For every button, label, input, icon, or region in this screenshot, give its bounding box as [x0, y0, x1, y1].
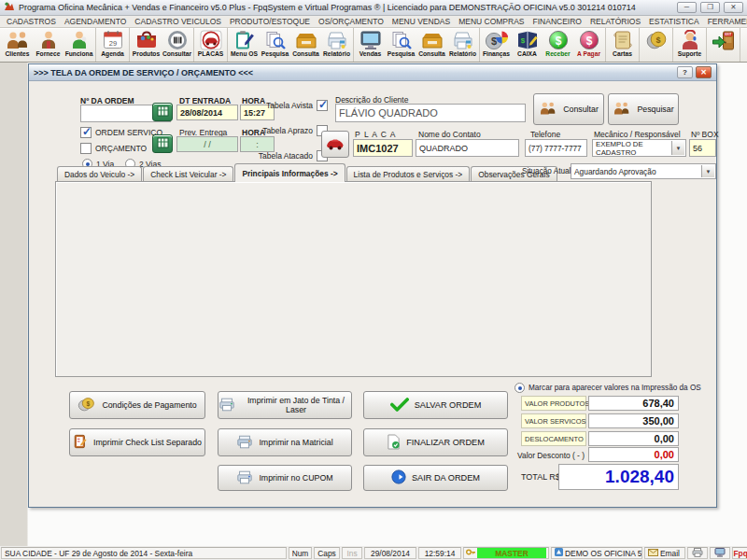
finalizar-ordem-button[interactable]: FINALIZAR ORDEM	[363, 428, 508, 456]
contato-field[interactable]: QUADRADO	[416, 139, 519, 157]
menu-vendas[interactable]: MENU VENDAS	[392, 17, 450, 26]
toolbar-vendas-relatorio-button[interactable]: Relatório	[447, 28, 478, 62]
close-icon[interactable]: ✕	[724, 2, 743, 13]
tab-checklist-veicular[interactable]: Check List Veicular ->	[143, 166, 233, 182]
tabela-atacado-checkbox[interactable]: Tabela Atacado	[257, 150, 328, 161]
imprimir-matricial-button[interactable]: Imprimir na Matricial	[218, 428, 352, 456]
toolbar-produtos-button[interactable]: Produtos	[131, 28, 162, 62]
mecanico-select[interactable]: EXEMPLO DE CADASTRO ▼	[592, 139, 686, 157]
imprimir-checklist-button[interactable]: Imprimir Check List Separado	[69, 428, 205, 456]
menu-cadastro-veiculos[interactable]: CADASTRO VEICULOS	[134, 17, 221, 26]
car-icon	[325, 136, 345, 153]
toolbar-moedas-button[interactable]: $	[641, 28, 671, 62]
toolbar-funcionarios-button[interactable]: Funciona	[63, 28, 94, 62]
toolbar-consultar-button[interactable]: Consultar	[162, 28, 192, 62]
toolbar-receber-button[interactable]: $ Receber	[543, 28, 573, 62]
cliente-field[interactable]: FLÁVIO QUADRADO	[335, 104, 526, 122]
imprimir-jato-button[interactable]: Imprimir em Jato de Tinta / Laser	[218, 391, 352, 419]
box-field[interactable]: 56	[689, 139, 716, 157]
agenda-icon: 29	[101, 30, 125, 50]
toolbar-caixa-button[interactable]: $ CAIXA	[512, 28, 543, 62]
minimize-icon[interactable]: ─	[677, 2, 697, 13]
status-email[interactable]: Email	[644, 547, 685, 559]
menu-relatorios[interactable]: RELATÓRIOS	[590, 17, 641, 26]
menu-compras[interactable]: MENU COMPRAS	[458, 17, 524, 26]
toolbar-os-consulta-button[interactable]: Consulta	[290, 28, 321, 62]
telefone-field[interactable]: (77) 7777-7777	[525, 139, 587, 157]
chevron-down-icon[interactable]: ▼	[701, 165, 714, 177]
valor-servicos-value[interactable]: 350,00	[588, 413, 679, 428]
menu-financeiro[interactable]: FINANCEIRO	[533, 17, 582, 26]
tab-dados-veiculo[interactable]: Dados do Veiculo ->	[57, 166, 142, 182]
tab-principais-informacoes[interactable]: Principais Informações ->	[234, 163, 345, 182]
finance-icon: $	[485, 30, 509, 50]
toolbar-agenda-button[interactable]: 29 Agenda	[97, 28, 128, 62]
tabela-avista-checkbox[interactable]: Tabela Avista	[257, 100, 328, 111]
toolbar-a-pagar-button[interactable]: $ A Pagar	[573, 28, 604, 62]
toolbar-fornecedores-button[interactable]: Fornece	[33, 28, 63, 62]
toolbar-vendas-button[interactable]: Vendas	[355, 28, 386, 62]
printer-icon	[218, 398, 235, 413]
salvar-ordem-button[interactable]: SALVAR ORDEM	[363, 391, 508, 419]
valor-servicos-label: VALOR SERVICOS	[521, 413, 586, 428]
os-window: >>> TELA DA ORDEM DE SERVIÇO / ORÇAMENTO…	[28, 63, 717, 508]
box-label: Nº BOX	[691, 130, 719, 139]
situacao-select[interactable]: Aguardando Aprovação ▼	[571, 163, 716, 179]
menu-ferramentas[interactable]: FERRAMENTAS	[708, 17, 747, 26]
toolbar-group-suporte: Suporte	[673, 28, 707, 62]
toolbar: Clientes Fornece Funciona 29 Agenda Prod…	[0, 28, 747, 63]
placa-field[interactable]: IMC1027	[353, 139, 413, 157]
toolbar-vendas-pesquisa-button[interactable]: Pesquisa	[386, 28, 416, 62]
entrega-calendar-button[interactable]	[152, 134, 173, 153]
svg-text:29: 29	[108, 39, 116, 48]
condicoes-pagamento-button[interactable]: $ Condições de Pagamento	[69, 391, 205, 419]
pay-icon: $	[577, 30, 601, 50]
consultar-cliente-button[interactable]: Consultar	[533, 93, 604, 125]
prev-entrega-field[interactable]: / /	[176, 136, 238, 152]
toolbar-suporte-button[interactable]: Suporte	[674, 28, 705, 62]
checkbox-checked-icon	[317, 100, 328, 111]
valor-produtos-value[interactable]: 678,40	[588, 396, 679, 411]
deslocamento-value[interactable]: 0,00	[588, 431, 679, 446]
help-icon[interactable]: ?	[677, 66, 693, 78]
menu-os-orcamento[interactable]: OS/ORÇAMENTO	[318, 17, 384, 26]
printer-icon	[236, 470, 253, 486]
clients-icon	[539, 101, 557, 118]
marcar-valores-radio[interactable]: Marcar para aparecer valores na Impressã…	[514, 383, 701, 393]
os-window-titlebar[interactable]: >>> TELA DA ORDEM DE SERVIÇO / ORÇAMENTO…	[29, 64, 716, 81]
orcamento-checkbox[interactable]: ORÇAMENTO	[80, 143, 147, 154]
imprimir-cupom-button[interactable]: Imprimir no CUPOM	[218, 465, 352, 491]
menu-produto-estoque[interactable]: PRODUTO/ESTOQUE	[230, 17, 310, 26]
status-network[interactable]	[710, 547, 730, 559]
toolbar-clientes-button[interactable]: Clientes	[2, 28, 33, 62]
close-icon[interactable]: ✕	[696, 66, 712, 78]
restore-icon[interactable]: ❐	[700, 2, 720, 13]
toolbar-vendas-consulta-button[interactable]: Consulta	[416, 28, 447, 62]
toolbar-placas-button[interactable]: PLACAS	[195, 28, 226, 62]
entrada-calendar-button[interactable]	[152, 103, 173, 121]
valor-desconto-value[interactable]: 0,00	[588, 447, 679, 462]
toolbar-group-moedas: $	[640, 28, 673, 62]
tabela-aprazo-checkbox[interactable]: Tabela Aprazo	[257, 125, 328, 136]
toolbar-sair-button[interactable]: EXIT	[708, 28, 739, 62]
ordem-servico-checkbox[interactable]: ORDEM SERVIÇO	[80, 127, 162, 138]
letters-icon	[611, 30, 635, 50]
situacao-label: Situação Atual:	[522, 167, 573, 175]
chevron-down-icon[interactable]: ▼	[671, 141, 684, 155]
toolbar-os-relatorio-button[interactable]: Relatório	[321, 28, 352, 62]
pesquisar-cliente-button[interactable]: Pesquisar	[608, 93, 679, 125]
menu-agendamento[interactable]: AGENDAMENTO	[64, 17, 126, 26]
toolbar-cartas-button[interactable]: Cartas	[607, 28, 638, 62]
tab-page-principais-informacoes	[55, 181, 652, 377]
toolbar-os-pesquisa-button[interactable]: Pesquisa	[260, 28, 290, 62]
toolbar-financas-button[interactable]: $ Finanças	[481, 28, 512, 62]
toolbar-menu-os-button[interactable]: Menu OS	[229, 28, 260, 62]
checkbox-icon	[80, 143, 92, 154]
sair-ordem-button[interactable]: SAIR DA ORDEM	[363, 465, 508, 491]
placa-car-button[interactable]	[321, 131, 349, 158]
menu-cadastros[interactable]: CADASTROS	[7, 17, 56, 26]
tab-lista-produtos-servicos[interactable]: Lista de Produtos e Serviços ->	[346, 166, 471, 182]
menu-estatistica[interactable]: ESTATISTICA	[649, 17, 699, 26]
status-printer[interactable]	[687, 547, 708, 559]
dt-entrada-field[interactable]: 28/08/2014	[176, 105, 238, 120]
